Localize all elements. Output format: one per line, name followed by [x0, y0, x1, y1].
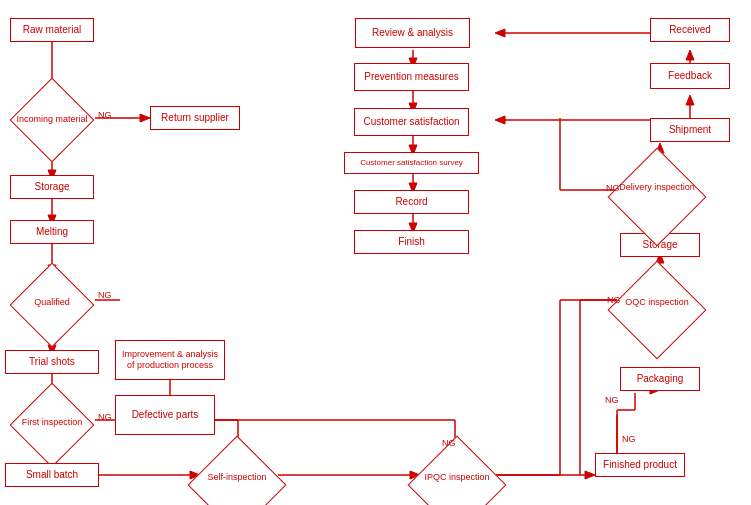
packaging-box: Packaging — [620, 367, 700, 391]
finished-product-box: Finished product — [595, 453, 685, 477]
trial-shots-box: Trial shots — [5, 350, 99, 374]
incoming-material-label: Incoming material — [10, 95, 94, 143]
ng-label-ipqc: NG — [442, 438, 456, 448]
review-analysis-box: Review & analysis — [355, 18, 470, 48]
first-inspection-label: First inspection — [10, 398, 94, 446]
melting-box: Melting — [10, 220, 94, 244]
oqc-label: OQC inspection — [615, 278, 699, 326]
ng-label-finished: NG — [622, 434, 636, 444]
raw-material-box: Raw material — [10, 18, 94, 42]
svg-marker-51 — [495, 29, 505, 37]
svg-marker-49 — [686, 50, 694, 60]
ipqc-label: IPQC inspection — [415, 453, 499, 501]
received-box: Received — [650, 18, 730, 42]
finish-box: Finish — [354, 230, 469, 254]
prevention-measures-box: Prevention measures — [354, 63, 469, 91]
defective-parts-box: Defective parts — [115, 395, 215, 435]
ng-label-first: NG — [98, 412, 112, 422]
svg-marker-3 — [140, 114, 150, 122]
record-box: Record — [354, 190, 469, 214]
customer-satisfaction-box: Customer satisfaction — [354, 108, 469, 136]
customer-survey-box: Customer satisfaction survey — [344, 152, 479, 174]
ng-label-qualified: NG — [98, 290, 112, 300]
ng-label-packaging: NG — [605, 395, 619, 405]
ng-label-incoming: NG — [98, 110, 112, 120]
svg-marker-23 — [585, 471, 595, 479]
self-inspection-label: Self-inspection — [195, 453, 279, 501]
qualified-label: Qualified — [10, 278, 94, 326]
svg-marker-47 — [686, 95, 694, 105]
feedback-box: Feedback — [650, 63, 730, 89]
storage1-box: Storage — [10, 175, 94, 199]
small-batch-box: Small batch — [5, 463, 99, 487]
return-supplier-box: Return supplier — [150, 106, 240, 130]
shipment-box: Shipment — [650, 118, 730, 142]
improvement-box: Improvement & analysis of production pro… — [115, 340, 225, 380]
svg-marker-57 — [495, 116, 505, 124]
delivery-inspection-label: Delivery inspection — [612, 162, 702, 212]
